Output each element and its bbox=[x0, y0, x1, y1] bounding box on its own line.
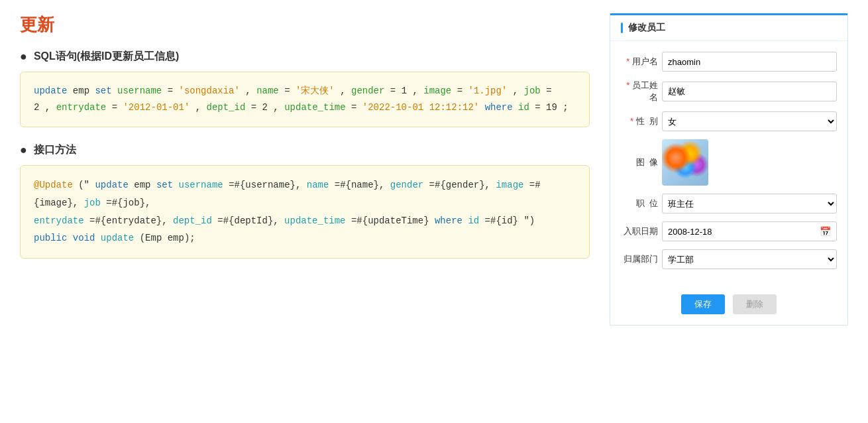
val-id: 19 bbox=[546, 102, 557, 113]
username-row: * 用户名 bbox=[621, 52, 837, 72]
plain2-params: (Emp emp); bbox=[140, 233, 195, 243]
required-star2: * bbox=[626, 80, 629, 90]
form-body: * 用户名 * 员工姓名 * 性 别 男 bbox=[610, 41, 847, 288]
eq2-5: =#{job}, bbox=[106, 198, 150, 208]
dept-label: 归属部门 bbox=[621, 253, 658, 265]
entrydate-row: 入职日期 📅 bbox=[621, 221, 837, 241]
val-songdaxia: 'songdaxia' bbox=[179, 86, 240, 96]
kw-username: username bbox=[117, 86, 162, 96]
kw-update: update bbox=[34, 86, 67, 96]
code-line-2: 2 , entrydate = '2012-01-01' , dept_id =… bbox=[34, 99, 576, 116]
form-panel-title: 修改员工 bbox=[628, 22, 665, 34]
image-preview bbox=[662, 139, 708, 186]
image-label: 图 像 bbox=[621, 156, 658, 168]
job-row: 职 位 讲师 班主任 学工主管 教研主管 咨询师 bbox=[621, 194, 837, 213]
right-panel: 修改员工 * 用户名 * 员工姓名 bbox=[610, 13, 848, 326]
plain-eq8: = bbox=[351, 102, 362, 113]
form-actions: 保存 删除 bbox=[610, 288, 847, 325]
name-label: * 员工姓名 bbox=[621, 80, 658, 103]
plain-comma1: , bbox=[245, 86, 256, 96]
section1-header: ● SQL语句(根据ID更新员工信息) bbox=[20, 50, 590, 64]
entrydate-wrap: 📅 bbox=[662, 221, 837, 241]
kw-dept-id: dept_id bbox=[207, 102, 246, 113]
plain-eq9: = bbox=[535, 102, 546, 113]
entrydate-input[interactable] bbox=[668, 227, 820, 237]
dept-select[interactable]: 学工部 教研部 咨询部 就业部 人事部 bbox=[662, 249, 837, 269]
section1-label: SQL语句(根据ID更新员工信息) bbox=[34, 50, 180, 64]
kw-entrydate: entrydate bbox=[56, 102, 107, 113]
section2-block: ● 接口方法 @Update (" update emp set usernam… bbox=[20, 143, 590, 258]
val-entrydate: '2012-01-01' bbox=[123, 102, 190, 113]
gender-select[interactable]: 男 女 bbox=[662, 111, 837, 131]
kw2-deptid: dept_id bbox=[173, 215, 212, 226]
required-star3: * bbox=[630, 116, 633, 126]
save-button[interactable]: 保存 bbox=[681, 294, 725, 314]
val-job: 2 bbox=[34, 102, 39, 113]
plain-eq6: = bbox=[112, 102, 123, 113]
kw-id: id bbox=[518, 102, 529, 113]
plain-emp: emp bbox=[73, 86, 95, 96]
kw2-job: job bbox=[84, 198, 101, 208]
kw2-id: id bbox=[468, 215, 479, 226]
username-label: * 用户名 bbox=[621, 56, 658, 68]
val-name: '宋大侠' bbox=[296, 86, 335, 96]
code-line-1: update emp set username = 'songdaxia' , … bbox=[34, 83, 576, 99]
kw-name: name bbox=[256, 86, 279, 96]
code-block-1: update emp set username = 'songdaxia' , … bbox=[20, 72, 590, 127]
section1-block: ● SQL语句(根据ID更新员工信息) update emp set usern… bbox=[20, 50, 590, 127]
code2-line-1: @Update (" update emp set username =#{us… bbox=[34, 176, 576, 212]
gender-label: * 性 别 bbox=[621, 115, 658, 127]
eq2-3: =#{gender}, bbox=[429, 180, 496, 190]
plain2-emp: emp bbox=[134, 180, 156, 190]
val-dept-id: 2 bbox=[262, 102, 268, 113]
val-update-time: '2022-10-01 12:12:12' bbox=[362, 102, 479, 113]
plain-comma4: , bbox=[513, 86, 524, 96]
plain-comma7: , bbox=[273, 102, 284, 113]
gender-row: * 性 别 男 女 bbox=[621, 111, 837, 131]
kw2-set: set bbox=[156, 180, 173, 190]
calendar-icon: 📅 bbox=[820, 226, 831, 237]
kw2-entrydate: entrydate bbox=[34, 215, 84, 226]
kw-set: set bbox=[95, 86, 111, 96]
kw-job: job bbox=[524, 86, 541, 96]
image-preview-inner bbox=[662, 139, 708, 186]
str-close: ") bbox=[523, 215, 535, 226]
required-star: * bbox=[626, 56, 629, 66]
plain-comma6: , bbox=[195, 102, 207, 113]
val-gender: 1 bbox=[402, 86, 407, 96]
entrydate-label: 入职日期 bbox=[621, 225, 658, 237]
code-block-2: @Update (" update emp set username =#{us… bbox=[20, 165, 590, 258]
job-select[interactable]: 讲师 班主任 学工主管 教研主管 咨询师 bbox=[662, 194, 837, 213]
eq2-9: =#{id} bbox=[485, 215, 518, 226]
form-panel-header: 修改员工 bbox=[610, 15, 847, 41]
kw2-update: update bbox=[95, 180, 128, 190]
kw2-image: image bbox=[496, 180, 523, 190]
code2-line-3: public void update (Emp emp); bbox=[34, 229, 576, 247]
eq2-1: =#{username}, bbox=[229, 180, 307, 190]
section2-label: 接口方法 bbox=[34, 143, 76, 157]
dept-row: 归属部门 学工部 教研部 咨询部 就业部 人事部 bbox=[621, 249, 837, 269]
kw2-updatetime: update_time bbox=[284, 215, 345, 226]
val-image: '1.jpg' bbox=[468, 86, 508, 96]
kw-where: where bbox=[485, 102, 513, 113]
kw2-where: where bbox=[435, 215, 462, 226]
kw2-public: public bbox=[34, 233, 67, 243]
bullet1: ● bbox=[20, 50, 27, 64]
plain-eq2: = bbox=[284, 86, 296, 96]
kw-image: image bbox=[423, 86, 451, 96]
kw-update-time: update_time bbox=[284, 102, 345, 113]
form-panel: 修改员工 * 用户名 * 员工姓名 bbox=[610, 13, 848, 326]
delete-button[interactable]: 删除 bbox=[733, 294, 777, 314]
annotation-update: @Update bbox=[34, 180, 73, 190]
plain-comma3: , bbox=[412, 86, 423, 96]
section2-header: ● 接口方法 bbox=[20, 143, 590, 157]
str-open: (" bbox=[78, 180, 89, 190]
name-input[interactable] bbox=[662, 82, 837, 101]
eq2-6: =#{entrydate}, bbox=[89, 215, 173, 226]
plain-comma2: , bbox=[340, 86, 351, 96]
eq2-8: =#{updateTime} bbox=[351, 215, 435, 226]
kw2-method: update bbox=[101, 233, 134, 243]
image-row: 图 像 bbox=[621, 139, 837, 186]
plain-eq5: = bbox=[546, 86, 551, 96]
username-input[interactable] bbox=[662, 52, 837, 72]
